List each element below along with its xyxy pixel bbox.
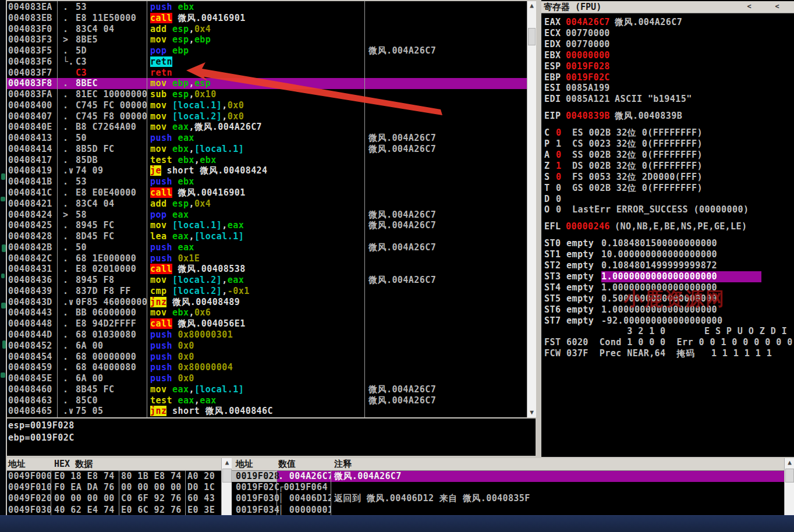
flag-name: O	[544, 204, 550, 215]
stack-pane[interactable]: 地址 数值 注释 0019F028. 004A26C7微风.004A26C700…	[232, 458, 794, 515]
scroll-thumb[interactable]	[222, 469, 232, 483]
dump-row[interactable]: 0049F02000 00 00 00C0 6F 92 7660 43	[7, 493, 232, 504]
hex-group: E0 6C 92 76	[121, 505, 182, 515]
register-line[interactable]: ST2 empty0.1084801499999999872	[541, 260, 794, 271]
disasm-row[interactable]: 00408421.83C4 04add esp,0x4	[7, 198, 527, 210]
registers-pane[interactable]: 寄存器 (FPU) < < EAX004A26C7微风.004A26C7ECX0…	[541, 0, 794, 457]
address: 0040841C	[8, 187, 52, 198]
disasm-row[interactable]: 00408465.∨75 05jnz short 微风.0040846C	[7, 406, 527, 417]
disasm-row[interactable]: 004083F7C3retn	[7, 68, 527, 79]
register-line[interactable]: EFL00000246(NO,NB,E,BE,NS,PE,GE,LE)	[541, 221, 794, 232]
disasm-row[interactable]: 004083FA.81EC 10000000sub esp,0x10	[7, 89, 527, 100]
register-line[interactable]: EAX004A26C7微风.004A26C7	[541, 17, 794, 28]
scroll-thumb[interactable]	[528, 28, 536, 45]
stack-row[interactable]: 0019F030│ 00406D12返回到 微风.00406D12 来自 微风.…	[232, 493, 794, 504]
disasm-row[interactable]: 00408443.BB 06000000mov ebx,0x6	[7, 307, 527, 318]
disasm-row[interactable]: 00408459.68 04000080push 0x80000004	[7, 362, 527, 373]
disasm-row[interactable]: 004083EA.53push ebx	[7, 2, 527, 13]
register-line[interactable]: ECX00770000	[541, 28, 794, 39]
instruction: test ebx,ebx	[150, 155, 366, 166]
disasm-row[interactable]: 004083F8.8BECmov ebp,esp	[7, 78, 527, 89]
register-line[interactable]: Z1DS 002B 32位 0(FFFFFFFF)	[541, 161, 794, 172]
register-line[interactable]: C0ES 002B 32位 0(FFFFFFFF)	[541, 127, 794, 139]
disasm-row[interactable]: 0040842C.68 1E000000push 0x1E	[7, 253, 527, 264]
register-comment: 微风.0040839B	[615, 111, 682, 122]
disasm-row[interactable]: 00408436.8945 F8mov [local.2],eax微风.004A…	[7, 275, 527, 286]
disasm-row[interactable]: 0040842B.50push eax微风.004A26C7	[7, 242, 527, 253]
prev-pane-button[interactable]: <	[743, 2, 756, 12]
dump-row[interactable]: 0049F010F0 EA DA 7600 00 00 00D0 1C	[7, 482, 232, 493]
disasm-row[interactable]: 00408413.50push eax微风.004A26C7	[7, 133, 527, 144]
disasm-row[interactable]: 0040841B.53push ebx	[7, 176, 527, 187]
disasm-row[interactable]: 0040840E.B8 C7264A00mov eax,微风.004A26C7	[7, 122, 527, 133]
stack-row[interactable]: 0019F028. 004A26C7微风.004A26C7	[232, 471, 794, 482]
register-line[interactable]: ESP0019F028	[541, 61, 794, 72]
disasm-row[interactable]: 00408454.68 00000000push 0x0	[7, 352, 527, 363]
register-line[interactable]: ST1 empty10.000000000000000000	[541, 249, 794, 260]
bytes: 8B5D FC	[76, 144, 147, 155]
register-line[interactable]: P1CS 0023 32位 0(FFFFFFFF)	[541, 139, 794, 150]
scroll-up-icon[interactable]: ▲	[527, 1, 536, 10]
register-line[interactable]: EDX00770000	[541, 39, 794, 50]
info-pane[interactable]: esp=0019F028 ebp=0019F02C	[7, 418, 536, 456]
disasm-row[interactable]: 00408448.E8 94D2FFFFcall 微风.004056E1	[7, 318, 527, 329]
register-line[interactable]: EBP0019F02C	[541, 72, 794, 83]
register-line[interactable]: 3 2 1 0 E S P U O Z D I	[541, 326, 794, 337]
dump-row[interactable]: 0049F000E0 18 E8 7480 1B E8 74A0 20	[7, 471, 232, 482]
disasm-row[interactable]: 004083F0.83C4 04add esp,0x4	[7, 24, 527, 35]
register-line[interactable]: T0GS 002B 32位 0(FFFFFFFF)	[541, 183, 794, 194]
register-line[interactable]: EIP0040839B微风.0040839B	[541, 111, 794, 122]
disasm-row[interactable]: 00408452.6A 00push 0x0	[7, 341, 527, 352]
register-line[interactable]: O0LastErr ERROR_SUCCESS (00000000)	[541, 204, 794, 215]
scroll-up-icon[interactable]: ▲	[785, 458, 794, 467]
disasm-row[interactable]: 00408463.85C0test eax,eax微风.004A26C7	[7, 395, 527, 406]
disasm-row[interactable]: 00408428.8D45 FClea eax,[local.1]	[7, 231, 527, 242]
dump-scrollbar[interactable]: ▲	[221, 458, 232, 515]
register-line[interactable]: EDI0085A121ASCII "b19415"	[541, 94, 794, 105]
disasm-row[interactable]: 00408414.8B5D FCmov ebx,[local.1]微风.004A…	[7, 144, 527, 155]
comment: 微风.004A26C7	[368, 220, 436, 231]
disasm-row[interactable]: 00408431.E8 02010000call 微风.00408538	[7, 264, 527, 275]
instruction: retn	[150, 56, 366, 68]
disasm-row[interactable]: 00408419.∨74 09je short 微风.00408424	[7, 165, 527, 176]
dump-pane[interactable]: 地址 HEX 数据 0049F000E0 18 E8 7480 1B E8 74…	[7, 458, 232, 515]
register-line[interactable]: FST 6020 Cond 1 0 0 0 Err 0 0 1 0 0 0 0 …	[541, 337, 794, 348]
prev-pane-button[interactable]: <	[771, 2, 784, 12]
disasm-row[interactable]: 00408417.85DBtest ebx,ebx	[7, 155, 527, 166]
flag-value: 0	[556, 172, 561, 183]
register-line[interactable]: ST0 empty0.1084801500000000000	[541, 238, 794, 249]
disasm-row[interactable]: 004083F6└.C3retn	[7, 56, 527, 68]
disasm-scrollbar[interactable]: ▲ ▼	[527, 1, 536, 417]
scroll-thumb[interactable]	[785, 469, 794, 483]
dump-row[interactable]: 0049F03040 62 E4 74E0 6C 92 76E0 3E	[7, 505, 232, 515]
stack-scrollbar[interactable]: ▲	[784, 458, 794, 515]
stack-row[interactable]: 0019F034│ 00000001	[232, 505, 794, 515]
stack-row[interactable]: 0019F02C┌0019F064	[232, 482, 794, 493]
register-line[interactable]: D0	[541, 194, 794, 205]
disasm-row[interactable]: 0040845E.6A 00push 0x0	[7, 373, 527, 384]
register-line[interactable]: FCW 037F Prec NEAR,64 掩码 1 1 1 1 1 1	[541, 348, 794, 359]
register-line[interactable]: S0FS 0053 32位 2D0000(FFF)	[541, 172, 794, 183]
register-line[interactable]: ST3 empty1.0000000000000000000	[541, 271, 794, 282]
disasm-row[interactable]: 00408400.C745 FC 000000mov [local.1],0x0	[7, 100, 527, 111]
disasm-row[interactable]: 0040843D.∨0F85 46000000jnz 微风.00408489	[7, 297, 527, 308]
disasm-row[interactable]: 0040844D.68 01030080push 0x80000301	[7, 329, 527, 341]
disasm-row[interactable]: 0040841C.E8 E0E40000call 微风.00416901	[7, 187, 527, 198]
register-line[interactable]: EBX00000000	[541, 50, 794, 61]
disasm-row[interactable]: 00408424>58pop eax微风.004A26C7	[7, 210, 527, 221]
disasm-row[interactable]: 00408439.837D F8 FFcmp [local.2],-0x1	[7, 286, 527, 297]
disasm-row[interactable]: 004083F3>8BE5mov esp,ebp	[7, 34, 527, 45]
disasm-row[interactable]: 00408460.8B45 FCmov eax,[local.1]微风.004A…	[7, 384, 527, 395]
register-line[interactable]: ESI0085A199	[541, 83, 794, 94]
register-line[interactable]: ST7 empty-92.000000000000000000	[541, 315, 794, 327]
register-line[interactable]: A0SS 002B 32位 0(FFFFFFFF)	[541, 150, 794, 161]
disasm-row[interactable]: 00408425.8945 FCmov [local.1],eax微风.004A…	[7, 220, 527, 231]
disasm-row[interactable]: 004083EB.E8 11E50000call 微风.00416901	[7, 13, 527, 24]
disassembly-pane[interactable]: 004083EA.53push ebx004083EB.E8 11E50000c…	[7, 1, 527, 417]
disasm-row[interactable]: 00408407.C745 F8 000000mov [local.2],0x0	[7, 111, 527, 122]
scroll-up-icon[interactable]: ▲	[222, 458, 232, 467]
instruction: jnz 微风.00408489	[150, 297, 366, 308]
disasm-row[interactable]: 004083F5.5Dpop ebp微风.004A26C7	[7, 45, 527, 56]
scroll-down-icon[interactable]: ▼	[527, 408, 536, 417]
value: │ 00000001	[278, 505, 331, 515]
